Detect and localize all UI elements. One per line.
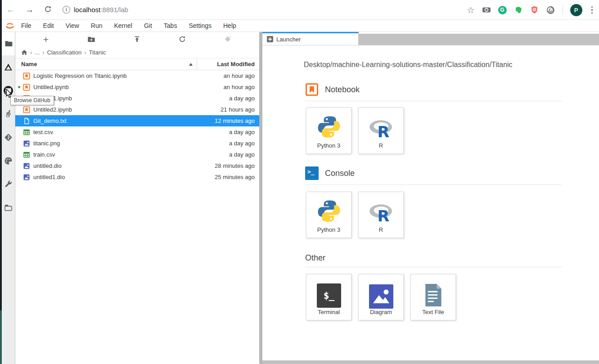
screen: ← → i localhost:8891/lab ☆ G	[0, 0, 599, 364]
panel-splitter[interactable]	[259, 32, 262, 364]
file-row[interactable]: untitled1.dio 25 minutes ago	[15, 171, 259, 183]
section-other: Other	[305, 252, 325, 263]
notebook-file-icon	[23, 106, 30, 113]
menu-git[interactable]: Git	[144, 22, 152, 29]
spiral-extension-icon[interactable]	[546, 5, 555, 14]
file-row[interactable]: test.csv a day ago	[15, 126, 259, 138]
card-diagram[interactable]: Diagram	[358, 274, 404, 320]
image-file-icon	[23, 162, 30, 170]
upload-button[interactable]	[131, 34, 142, 45]
menu-settings[interactable]: Settings	[189, 22, 212, 29]
menu-view[interactable]: View	[66, 22, 79, 29]
file-row[interactable]: Logistic Regression on Titanic.ipynb an …	[15, 70, 259, 81]
sort-ascending-icon	[189, 63, 193, 66]
menu-help[interactable]: Help	[223, 22, 236, 29]
browser-nav: ← →	[6, 5, 52, 14]
python-logo-icon	[306, 198, 351, 224]
sidebar-tab-open-tabs[interactable]	[2, 196, 15, 219]
notebook-cards: Python 3 R	[306, 108, 404, 154]
tab-label: Launcher	[276, 36, 301, 43]
sidebar-tab-git[interactable]	[2, 126, 15, 149]
sidebar-tab-tools[interactable]	[2, 172, 15, 196]
image-file-icon	[23, 174, 30, 181]
file-modified: a day ago	[229, 129, 259, 135]
browser-reload-icon[interactable]	[44, 5, 52, 14]
card-label: Python 3	[306, 142, 351, 149]
tabs-icon	[4, 204, 13, 211]
jupyter-logo	[5, 20, 15, 31]
card-notebook-r[interactable]: R	[358, 108, 404, 154]
file-modified: 21 hours ago	[221, 106, 259, 113]
browser-menu-icon[interactable]	[590, 6, 595, 14]
refresh-button[interactable]	[177, 34, 188, 45]
column-header-modified[interactable]: Last Modified	[197, 58, 259, 70]
menu-edit[interactable]: Edit	[43, 22, 54, 29]
menu-tabs[interactable]: Tabs	[164, 22, 177, 29]
file-name: test.csv	[33, 129, 53, 135]
toolbar-separator	[563, 5, 563, 15]
file-browser-panel: + › ... › Classification › Titanic	[15, 32, 259, 364]
card-label: Python 3	[306, 226, 351, 233]
home-icon[interactable]	[21, 49, 27, 55]
card-console-r[interactable]: R	[358, 192, 404, 238]
dock-tabbar: Launcher	[262, 32, 599, 45]
card-terminal[interactable]: $_ Terminal	[306, 274, 351, 320]
file-row-selected[interactable]: Git_demo.txt 12 minutes ago	[15, 115, 259, 126]
new-launcher-button[interactable]: +	[41, 34, 51, 45]
camera-extension-icon[interactable]	[482, 5, 491, 14]
r-logo-icon	[359, 118, 403, 139]
launcher-cwd-path: Desktop/machine-Learning-solutions-maste…	[304, 61, 513, 69]
file-modified: a day ago	[229, 140, 259, 147]
sidebar-tab-running[interactable]	[2, 102, 15, 126]
file-name: untitled1.dio	[33, 174, 65, 180]
breadcrumb-item-titanic[interactable]: Titanic	[89, 49, 106, 56]
card-label: Diagram	[359, 309, 403, 315]
section-divider	[305, 184, 562, 185]
url-host: localhost	[74, 6, 100, 13]
notebook-section-icon	[305, 83, 319, 96]
address-bar[interactable]: i localhost:8891/lab	[63, 6, 128, 13]
browser-forward-icon[interactable]: →	[25, 5, 34, 14]
console-cards: Python 3 R	[306, 192, 404, 238]
menu-run[interactable]: Run	[91, 22, 103, 29]
git-disabled-button[interactable]	[222, 34, 233, 45]
info-icon[interactable]: i	[63, 6, 70, 13]
browser-back-icon[interactable]: ←	[6, 5, 15, 14]
file-row[interactable]: titanic.png a day ago	[15, 138, 259, 149]
card-label: R	[359, 226, 403, 233]
tab-launcher[interactable]: Launcher	[262, 32, 359, 45]
menu-kernel[interactable]: Kernel	[114, 22, 132, 29]
card-notebook-python3[interactable]: Python 3	[306, 108, 351, 154]
horizontal-scrollbar[interactable]	[262, 360, 599, 364]
text-file-icon	[23, 117, 30, 125]
new-folder-button[interactable]	[86, 34, 97, 45]
sidebar-tab-palette[interactable]	[2, 149, 15, 172]
card-console-python3[interactable]: Python 3	[306, 192, 351, 238]
file-modified: 28 minutes ago	[215, 162, 259, 169]
image-file-icon	[23, 140, 30, 147]
file-row[interactable]: Untitled2.ipynb 21 hours ago	[15, 104, 259, 115]
breadcrumb-ellipsis[interactable]: ...	[35, 49, 40, 56]
other-cards: $_ Terminal Diagram Text File	[306, 274, 456, 320]
breadcrumb-separator: ›	[30, 49, 32, 56]
file-row[interactable]: Untitled.ipynb an hour ago	[15, 81, 259, 93]
google-drive-icon	[4, 63, 13, 71]
jupyterlab-menubar: File Edit View Run Kernel Git Tabs Setti…	[0, 20, 599, 32]
grammarly-icon[interactable]: G	[498, 6, 507, 14]
evernote-icon[interactable]	[514, 5, 523, 14]
file-row[interactable]: train.csv a day ago	[15, 149, 259, 160]
file-row[interactable]: untitled.dio 28 minutes ago	[15, 160, 259, 171]
shield-extension-icon[interactable]	[530, 5, 539, 14]
file-name: titanic.png	[33, 140, 60, 147]
column-header-name[interactable]: Name	[15, 61, 197, 67]
breadcrumb: › ... › Classification › Titanic	[15, 46, 259, 58]
sidebar-tab-filebrowser[interactable]	[2, 32, 15, 55]
menu-file[interactable]: File	[21, 22, 32, 29]
profile-avatar[interactable]: P	[570, 4, 582, 16]
bookmark-star-icon[interactable]: ☆	[467, 5, 474, 15]
file-modified: an hour ago	[224, 72, 259, 79]
card-text-file[interactable]: Text File	[410, 274, 456, 320]
sidebar-tab-gdrive[interactable]	[2, 55, 15, 79]
breadcrumb-item-classification[interactable]: Classification	[47, 49, 82, 56]
launcher-tab-icon	[267, 36, 273, 42]
